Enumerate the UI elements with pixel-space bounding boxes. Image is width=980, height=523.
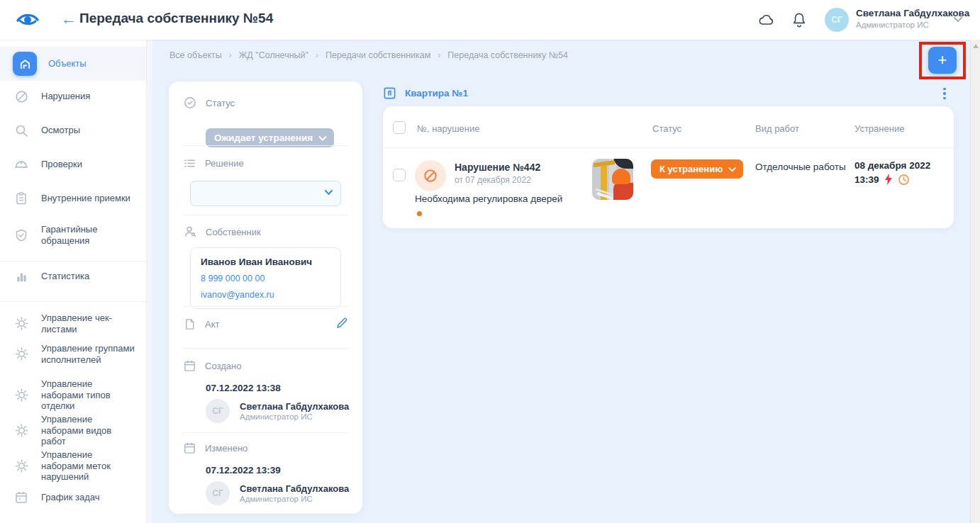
main-content: Все объекты › ЖД "Солнечный" › Передачи … (152, 40, 980, 523)
clipboard-icon (13, 190, 30, 207)
owner-email-link[interactable]: ivanov@yandex.ru (201, 290, 330, 300)
sidebar-item-label: Внутренние приемки (41, 193, 135, 204)
bell-icon[interactable] (790, 11, 808, 29)
list-icon (183, 157, 196, 170)
shield-check-icon (13, 227, 30, 244)
sidebar-item-task-schedule[interactable]: График задач (0, 489, 146, 506)
remediation-cell: 08 декабря 2022 13:39 (854, 159, 930, 186)
app-header: ← Передача собственнику №54 СГ Светлана … (0, 0, 980, 40)
gear-person-icon (13, 346, 30, 363)
created-user-role: Администратор ИС (240, 412, 349, 421)
app-logo-eye-icon[interactable] (16, 9, 40, 31)
breadcrumb: Все объекты › ЖД "Солнечный" › Передачи … (169, 50, 568, 60)
select-all-checkbox[interactable] (393, 121, 406, 134)
modified-section: Изменено 07.12.2022 13:39 СГ Светлана Га… (169, 442, 362, 455)
sidebar-divider (0, 301, 146, 302)
decision-label: Решение (205, 158, 244, 169)
owner-section: Собственник Иванов Иван Иванович 8 999 0… (169, 225, 362, 239)
decision-select[interactable] (190, 181, 341, 206)
panel-divider (183, 432, 348, 433)
chevron-down-icon (318, 135, 327, 141)
kebab-menu-icon[interactable] (938, 86, 951, 101)
sidebar-item-executor-groups-mgmt[interactable]: Управление группами исполнителей (0, 343, 146, 365)
row-status-value: К устранению (659, 164, 723, 174)
violation-title-link[interactable]: Нарушение №442 (455, 162, 540, 173)
sidebar-item-work-types-mgmt[interactable]: Управление наборами видов работ (0, 414, 146, 447)
scrollbar-up-arrow[interactable] (973, 44, 979, 48)
cloud-icon[interactable] (757, 11, 776, 29)
breadcrumb-item[interactable]: Передачи собственникам (325, 50, 430, 60)
sidebar-item-label: Управление группами исполнителей (41, 343, 135, 365)
created-label: Создано (205, 361, 241, 371)
sidebar-item-label: Объекты (48, 58, 142, 69)
column-header-status: Статус (652, 123, 681, 134)
sidebar-item-label: Нарушения (41, 91, 135, 102)
panel-divider (183, 145, 348, 146)
breadcrumb-separator: › (229, 50, 232, 60)
owner-card: Иванов Иван Иванович 8 999 000 00 00 iva… (190, 247, 341, 309)
breadcrumb-separator: › (438, 50, 440, 60)
user-avatar[interactable]: СГ (825, 8, 849, 32)
breadcrumb-separator: › (316, 50, 318, 60)
sidebar-item-statistics[interactable]: Статистика (0, 268, 146, 285)
page-title: Передача собственнику №54 (79, 11, 273, 26)
sidebar-item-label: Статистика (41, 271, 135, 282)
sidebar-item-objects[interactable]: Объекты (0, 47, 146, 81)
sidebar-item-checks[interactable]: Проверки (0, 156, 146, 173)
transfer-detail-panel: Статус Ожидает устранения Решение (169, 81, 362, 514)
violation-description: Необходима регулировка дверей (415, 193, 562, 204)
violation-no-entry-icon (415, 160, 446, 191)
document-icon (183, 317, 196, 331)
status-check-circle-icon (183, 96, 197, 110)
gear-hash-icon (13, 457, 30, 474)
sidebar: Объекты Нарушения Осмотры Проверки Внутр… (0, 40, 152, 523)
created-datetime: 07.12.2022 13:38 (206, 383, 281, 393)
sidebar-item-label: График задач (41, 492, 135, 503)
clock-icon (898, 174, 910, 186)
violation-photo-thumbnail[interactable] (592, 159, 633, 200)
sidebar-item-internal-acceptances[interactable]: Внутренние приемки (0, 190, 146, 207)
apartment-title: Квартира №1 (405, 88, 468, 99)
sidebar-item-checklists-mgmt[interactable]: Управление чек-листами (0, 313, 146, 334)
owner-phone-link[interactable]: 8 999 000 00 00 (201, 274, 330, 283)
owner-person-key-icon (183, 225, 197, 239)
sidebar-item-violation-tags-mgmt[interactable]: Управление наборами меток нарушений (0, 449, 146, 483)
owner-name: Иванов Иван Иванович (201, 257, 330, 267)
breadcrumb-item[interactable]: Все объекты (169, 50, 222, 60)
back-arrow-icon[interactable]: ← (60, 9, 78, 29)
panel-divider (183, 215, 348, 215)
violation-date: от 07 декабря 2022 (455, 175, 531, 185)
window-scrollbar[interactable] (970, 40, 980, 523)
modified-user-name: Светлана Габдулхакова (240, 483, 349, 495)
sidebar-item-inspections[interactable]: Осмотры (0, 122, 146, 139)
status-dropdown[interactable]: Ожидает устранения (206, 128, 334, 147)
gear-check-icon (13, 315, 30, 332)
user-menu-chevron-down-icon[interactable] (953, 16, 963, 23)
row-checkbox[interactable] (393, 169, 406, 181)
row-status-dropdown[interactable]: К устранению (651, 159, 743, 179)
sidebar-scrollbar[interactable] (146, 40, 152, 523)
owner-label: Собственник (206, 227, 261, 237)
modified-label: Изменено (205, 443, 247, 454)
work-type-cell: Отделочные работы (755, 162, 846, 172)
status-section: Статус Ожидает устранения (169, 96, 362, 110)
sidebar-item-label: Управление наборами типов отделки (41, 378, 135, 412)
sidebar-item-label: Управление наборами меток нарушений (41, 449, 135, 483)
lightning-icon (884, 174, 893, 185)
remediation-date: 08 декабря 2022 (854, 159, 930, 173)
apartment-group-header[interactable]: Квартира №1 (383, 86, 468, 100)
sidebar-item-finish-types-mgmt[interactable]: Управление наборами типов отделки (0, 378, 146, 412)
sidebar-item-label: Осмотры (41, 125, 135, 136)
breadcrumb-item[interactable]: ЖД "Солнечный" (239, 50, 308, 60)
act-section: Акт (169, 317, 362, 331)
created-user-name: Светлана Габдулхакова (240, 401, 349, 413)
chevron-down-icon (728, 167, 736, 172)
add-button[interactable]: + (928, 47, 957, 74)
panel-divider (183, 348, 348, 349)
edit-pencil-icon[interactable] (334, 315, 350, 331)
gear-arrow-icon (13, 386, 30, 403)
sidebar-item-violations[interactable]: Нарушения (0, 88, 146, 105)
calendar-icon (183, 442, 196, 455)
sidebar-item-warranty-claims[interactable]: Гарантийные обращения (0, 224, 146, 246)
bar-chart-icon (13, 268, 30, 285)
